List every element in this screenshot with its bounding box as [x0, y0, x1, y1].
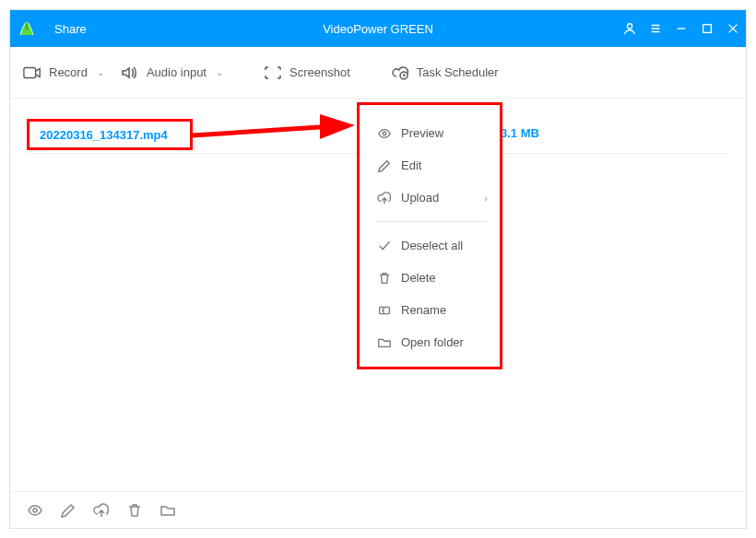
hamburger-icon — [649, 22, 662, 35]
share-button[interactable]: Share — [54, 22, 87, 36]
ctx-edit-label: Edit — [401, 158, 421, 172]
bottom-upload-button[interactable] — [93, 502, 110, 519]
svg-rect-2 — [24, 67, 36, 77]
record-label: Record — [49, 65, 88, 79]
trash-icon — [126, 502, 143, 519]
bottom-edit-button[interactable] — [60, 502, 77, 519]
svg-point-0 — [627, 24, 632, 29]
folder-icon — [159, 502, 176, 519]
bottom-folder-button[interactable] — [159, 502, 176, 519]
context-menu: Preview Edit Upload › Deselect all Delet… — [364, 108, 497, 368]
ctx-deselect[interactable]: Deselect all — [364, 229, 497, 262]
file-size: 3.1 MB — [501, 126, 539, 140]
titlebar: Share VideoPower GREEN — [10, 10, 746, 47]
toolbar: Record ⌄ Audio input ⌄ Screenshot Task S… — [10, 47, 746, 99]
ctx-upload[interactable]: Upload › — [364, 181, 497, 214]
trash-icon — [375, 271, 394, 286]
rename-icon — [375, 303, 394, 318]
user-icon — [623, 22, 636, 35]
screenshot-icon — [264, 65, 282, 80]
ctx-delete-label: Delete — [401, 271, 436, 285]
maximize-button[interactable] — [694, 10, 720, 47]
ctx-open-folder-label: Open folder — [401, 335, 464, 349]
pencil-icon — [375, 158, 394, 173]
menu-button[interactable] — [643, 10, 668, 47]
ctx-edit[interactable]: Edit — [364, 149, 497, 181]
cloud-upload-icon — [375, 191, 394, 205]
window-controls — [617, 10, 746, 47]
scheduler-label: Task Scheduler — [417, 65, 499, 79]
svg-rect-5 — [380, 307, 390, 313]
ctx-upload-label: Upload — [401, 191, 439, 205]
ctx-rename-label: Rename — [401, 303, 446, 317]
svg-point-4 — [383, 132, 386, 135]
task-scheduler-button[interactable]: Task Scheduler — [391, 65, 499, 80]
cloud-upload-icon — [93, 502, 110, 519]
clock-cloud-icon — [391, 65, 409, 80]
minimize-icon — [675, 22, 688, 35]
folder-icon — [375, 335, 394, 350]
check-icon — [375, 239, 394, 253]
bottom-toolbar — [10, 491, 746, 528]
chevron-down-icon: ⌄ — [216, 67, 223, 77]
pencil-icon — [60, 502, 77, 519]
eye-icon — [375, 126, 394, 141]
svg-point-6 — [33, 509, 37, 512]
bottom-preview-button[interactable] — [27, 502, 43, 519]
eye-icon — [27, 502, 43, 519]
ctx-preview[interactable]: Preview — [364, 117, 497, 149]
file-name: 20220316_134317.mp4 — [34, 124, 173, 146]
ctx-preview-label: Preview — [401, 126, 443, 140]
maximize-icon — [701, 22, 714, 35]
svg-rect-1 — [703, 25, 712, 33]
ctx-open-folder[interactable]: Open folder — [364, 326, 497, 358]
close-button[interactable] — [720, 10, 746, 47]
camera-icon — [23, 65, 41, 80]
ctx-deselect-label: Deselect all — [401, 239, 463, 252]
screenshot-button[interactable]: Screenshot — [264, 65, 350, 80]
audio-input-button[interactable]: Audio input ⌄ — [121, 65, 223, 80]
minimize-button[interactable] — [668, 10, 694, 47]
chevron-down-icon: ⌄ — [97, 67, 104, 77]
app-title: VideoPower GREEN — [323, 22, 433, 36]
app-frame: Share VideoPower GREEN Record ⌄ — [9, 9, 747, 529]
close-icon — [726, 22, 739, 35]
content-area: 20220316_134317.mp4 3.1 MB Preview Edit … — [10, 99, 746, 491]
ctx-separator — [375, 221, 486, 222]
bottom-delete-button[interactable] — [126, 502, 143, 519]
audio-label: Audio input — [147, 65, 207, 79]
speaker-icon — [121, 65, 139, 80]
chevron-right-icon: › — [484, 193, 488, 204]
screenshot-label: Screenshot — [289, 65, 350, 79]
user-menu-button[interactable] — [617, 10, 643, 47]
ctx-rename[interactable]: Rename — [364, 294, 497, 326]
record-button[interactable]: Record ⌄ — [23, 65, 104, 80]
ctx-delete[interactable]: Delete — [364, 262, 497, 294]
app-logo — [10, 10, 43, 47]
